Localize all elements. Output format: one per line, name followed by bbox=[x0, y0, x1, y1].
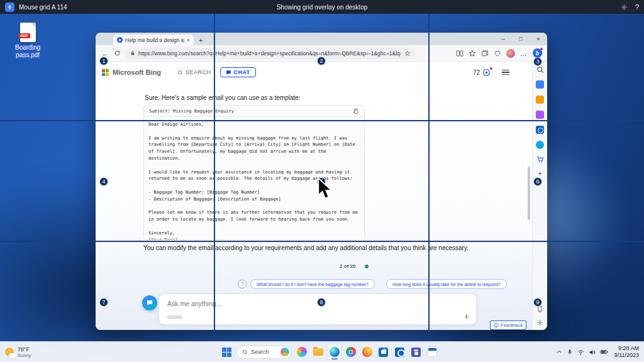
tray-volume-icon[interactable] bbox=[589, 349, 596, 356]
sidebar-office-icon[interactable] bbox=[536, 141, 544, 149]
bing-header: Microsoft Bing SEARCH CHAT 72 bbox=[96, 62, 532, 83]
toolbar-actions: … b bbox=[456, 48, 542, 58]
desktop-file-boarding-pass[interactable]: PDF Boarding pass.pdf bbox=[8, 23, 48, 58]
sidebar-people-icon[interactable] bbox=[536, 111, 544, 119]
start-button[interactable] bbox=[220, 344, 233, 359]
lock-icon[interactable] bbox=[130, 50, 135, 56]
bing-header-right: 72 bbox=[473, 69, 526, 77]
pdf-file-icon: PDF bbox=[20, 23, 36, 42]
sidebar-cart-icon[interactable] bbox=[536, 156, 544, 163]
chat-input[interactable]: Ask me anything... 0/2000 bbox=[158, 293, 477, 325]
bing-favicon: b bbox=[117, 37, 123, 43]
suggestion-chip[interactable]: What should I do if I don't have the bag… bbox=[250, 279, 375, 289]
desktop-file-label: Boarding pass.pdf bbox=[11, 44, 45, 58]
tab-close-icon[interactable]: × bbox=[187, 37, 190, 43]
browser-essentials-icon[interactable] bbox=[494, 50, 501, 57]
tray-wifi-icon[interactable] bbox=[577, 349, 584, 356]
chat-response-outro: You can modify the email according to yo… bbox=[143, 244, 480, 253]
input-mic-icon[interactable] bbox=[464, 314, 470, 320]
voice-access-status: Showing grid overlay on desktop bbox=[0, 4, 644, 11]
maximize-button[interactable]: □ bbox=[512, 33, 530, 45]
weather-widget[interactable]: 78°F Sunny bbox=[5, 342, 31, 362]
minimize-button[interactable]: – bbox=[494, 33, 512, 45]
feedback-button[interactable]: Feedback bbox=[490, 321, 526, 330]
email-body: Dear Indigo Airlines, I am writing to en… bbox=[144, 117, 364, 239]
refresh-icon[interactable] bbox=[114, 50, 121, 57]
email-template-block: Subject: Missing Baggage Enquiry Dear In… bbox=[143, 105, 365, 240]
bookmark-star-icon[interactable] bbox=[404, 50, 411, 57]
favorites-icon[interactable] bbox=[469, 50, 476, 57]
taskbar-center: Search bbox=[220, 342, 439, 362]
taskbar-app-edge[interactable] bbox=[328, 344, 341, 359]
search-label: Search bbox=[251, 349, 277, 355]
browser-tab[interactable]: b Help me build a design specific... × bbox=[113, 35, 194, 45]
taskbar-app-outlook[interactable] bbox=[393, 344, 406, 359]
taskbar: 78°F Sunny Search bbox=[0, 341, 644, 362]
browser-content: Microsoft Bing SEARCH CHAT 72 bbox=[96, 62, 532, 330]
collections-icon[interactable] bbox=[481, 50, 489, 57]
sidebar-outlook-icon[interactable] bbox=[536, 126, 544, 134]
sidebar-settings-icon[interactable] bbox=[536, 319, 543, 326]
suggestion-chip[interactable]: How long does it usually take for the ai… bbox=[386, 279, 507, 289]
settings-gear-icon[interactable] bbox=[621, 4, 628, 11]
tray-mic-icon[interactable] bbox=[567, 349, 573, 355]
desktop-screen: Mouse grid A 114 Showing grid overlay on… bbox=[0, 0, 644, 362]
taskbar-app-chrome[interactable] bbox=[344, 344, 357, 359]
response-page-indicator: 2 of 20 bbox=[340, 263, 355, 269]
pdf-badge: PDF bbox=[19, 33, 30, 38]
code-block-header: Subject: Missing Baggage Enquiry bbox=[144, 106, 364, 117]
back-icon[interactable]: ← bbox=[101, 50, 109, 57]
tray-chevron-up-icon[interactable] bbox=[556, 349, 562, 355]
bing-chat-avatar-icon bbox=[142, 295, 157, 310]
sidebar-shopping-bag-icon[interactable] bbox=[536, 96, 544, 104]
taskbar-clock[interactable]: 9:28 AM 9/11/2023 bbox=[614, 345, 639, 359]
copilot-icon[interactable]: b bbox=[533, 48, 542, 58]
windows-logo-icon bbox=[222, 348, 231, 357]
sidebar-phone-icon[interactable] bbox=[536, 305, 543, 312]
bing-brand: Microsoft Bing bbox=[113, 69, 161, 76]
rewards-counter[interactable]: 72 bbox=[473, 69, 491, 77]
chat-response-intro: Sure. Here's a sample email you can use … bbox=[145, 94, 301, 101]
clock-time: 9:28 AM bbox=[614, 345, 639, 352]
more-menu-icon[interactable]: … bbox=[520, 50, 528, 57]
edge-sidebar: + bbox=[532, 62, 547, 330]
tab-title: Help me build a design specific... bbox=[125, 37, 184, 43]
address-bar[interactable]: https://www.bing.com/search?q=Help+me+bu… bbox=[125, 48, 416, 59]
sidebar-search-icon[interactable] bbox=[536, 66, 544, 74]
microsoft-logo-icon bbox=[102, 69, 109, 76]
bing-chat-area: Sure. Here's a sample email you can use … bbox=[96, 83, 532, 330]
tray-battery-icon[interactable] bbox=[600, 349, 608, 355]
window-controls: – □ × bbox=[494, 33, 547, 45]
taskbar-search[interactable]: Search bbox=[236, 346, 292, 359]
taskbar-app-firefox[interactable] bbox=[360, 344, 374, 359]
browser-tab-strip: b Help me build a design specific... × +… bbox=[96, 33, 547, 45]
url-text: https://www.bing.com/search?q=Help+me+bu… bbox=[138, 50, 401, 57]
sidebar-shopping-tag-icon[interactable] bbox=[536, 80, 544, 89]
taskbar-app-copilot[interactable] bbox=[295, 344, 308, 359]
new-tab-button[interactable]: + bbox=[199, 36, 203, 44]
tab-search[interactable]: SEARCH bbox=[177, 69, 211, 75]
split-screen-icon[interactable] bbox=[456, 50, 464, 57]
search-highlights-icon bbox=[280, 348, 289, 356]
taskbar-app-teams[interactable] bbox=[409, 344, 423, 359]
help-icon[interactable]: ? bbox=[635, 3, 639, 11]
hamburger-menu-icon[interactable] bbox=[502, 70, 509, 75]
disclaimer-question-icon[interactable]: ? bbox=[238, 280, 247, 288]
profile-avatar[interactable] bbox=[506, 49, 515, 58]
tab-chat[interactable]: CHAT bbox=[220, 67, 256, 77]
weather-condition: Sunny bbox=[18, 353, 31, 358]
sidebar-add-icon[interactable]: + bbox=[538, 170, 541, 177]
system-tray: 9:28 AM 9/11/2023 bbox=[556, 342, 639, 362]
weather-icon bbox=[5, 348, 14, 356]
status-dot bbox=[365, 265, 369, 268]
copy-icon[interactable] bbox=[353, 108, 359, 114]
taskbar-app-store[interactable] bbox=[377, 344, 390, 359]
browser-toolbar: ← https://www.bing.com/search?q=Help+me+… bbox=[96, 45, 547, 62]
taskbar-app-file-explorer[interactable] bbox=[311, 344, 325, 359]
char-counter: 0/2000 bbox=[167, 314, 182, 320]
taskbar-app-calendar[interactable] bbox=[426, 344, 439, 359]
voice-access-title: Mouse grid A 114 bbox=[19, 4, 67, 11]
close-button[interactable]: × bbox=[530, 33, 547, 45]
scrollbar[interactable] bbox=[528, 167, 530, 220]
microphone-icon[interactable] bbox=[5, 3, 14, 12]
